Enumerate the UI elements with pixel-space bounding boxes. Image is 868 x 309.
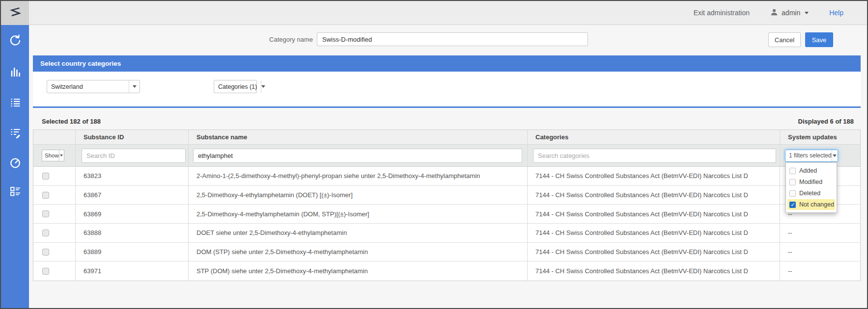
- filter-option-label: Deleted: [799, 190, 820, 197]
- system-updates-filter-select[interactable]: 1 filters selected: [785, 150, 838, 162]
- list-icon: [8, 95, 23, 110]
- system-updates-filter-dropdown: Added Modified Deleted Not changed: [785, 162, 837, 213]
- top-bar: Exit administration admin Help: [1, 1, 867, 25]
- bar-chart-icon: [8, 65, 23, 79]
- checkbox-checked[interactable]: [789, 202, 796, 208]
- cell-categories: 7144 - CH Swiss Controlled Substances Ac…: [528, 261, 780, 281]
- table-row: 63867 2,5-Dimethoxy-4-ethylamphetamin (D…: [33, 186, 860, 205]
- cell-categories: 7144 - CH Swiss Controlled Substances Ac…: [528, 186, 780, 205]
- system-updates-filter-value: 1 filters selected: [785, 152, 832, 159]
- table-row: 63869 2,5-Dimethoxy-4-methylamphetamin (…: [33, 205, 860, 224]
- chevron-down-icon: [59, 150, 64, 161]
- header-categories[interactable]: Categories: [528, 130, 780, 144]
- filter-option-label: Added: [799, 167, 817, 174]
- categories-select[interactable]: Categories (1): [214, 80, 257, 93]
- show-select-value: Show: [42, 153, 59, 158]
- chevron-down-icon: [129, 80, 140, 93]
- filter-option-deleted[interactable]: Deleted: [787, 188, 835, 199]
- filter-option-label: Not changed: [799, 201, 834, 208]
- row-checkbox[interactable]: [42, 173, 49, 180]
- sidebar-item-sync[interactable]: [1, 33, 29, 50]
- chevron-down-icon: [261, 80, 265, 93]
- checkbox-unchecked[interactable]: [789, 179, 796, 185]
- sidebar-item-list-edit[interactable]: [1, 125, 29, 142]
- table-filter-row: Show 1 filters selected: [33, 145, 860, 167]
- cell-substance-name: DOM (STP) siehe unter 2,5-Dimethoxy-4-me…: [189, 243, 528, 261]
- save-button[interactable]: Save: [805, 32, 833, 47]
- user-menu[interactable]: admin: [770, 8, 809, 18]
- search-categories-input[interactable]: [533, 149, 776, 163]
- cell-system-updates: --: [780, 224, 860, 242]
- cell-substance-id: 63823: [76, 167, 189, 185]
- list-edit-icon: [8, 125, 23, 140]
- select-country-categories-panel: Select country categories Switzerland Ca…: [33, 55, 861, 108]
- row-checkbox[interactable]: [42, 230, 49, 236]
- cell-categories: 7144 - CH Swiss Controlled Substances Ac…: [528, 167, 780, 185]
- chevron-down-icon: [832, 150, 838, 161]
- header-select-column: [33, 130, 76, 144]
- sidebar-item-timer[interactable]: [1, 155, 29, 172]
- cell-substance-name: 2-Amino-1-(2,5-dimethoxy-4-methyl)-pheny…: [189, 167, 528, 185]
- timer-icon: [8, 155, 23, 170]
- cell-system-updates: --: [780, 261, 860, 281]
- displayed-count-label: Displayed 6 of 188: [798, 118, 854, 125]
- checkbox-unchecked[interactable]: [789, 168, 796, 174]
- category-name-label: Category name: [212, 33, 313, 46]
- cancel-button[interactable]: Cancel: [768, 32, 801, 47]
- cell-substance-name: STP (DOM) siehe unter 2,5-Dimethoxy-4-me…: [189, 261, 528, 281]
- row-checkbox[interactable]: [42, 192, 49, 199]
- search-id-input[interactable]: [82, 149, 186, 163]
- sync-icon: [8, 33, 23, 48]
- country-select-value: Switzerland: [47, 83, 129, 90]
- row-checkbox[interactable]: [42, 268, 49, 275]
- cell-substance-id: 63888: [76, 224, 189, 242]
- cell-categories: 7144 - CH Swiss Controlled Substances Ac…: [528, 224, 780, 242]
- filter-option-added[interactable]: Added: [787, 165, 835, 176]
- cell-substance-id: 63889: [76, 243, 189, 261]
- help-link[interactable]: Help: [829, 9, 843, 17]
- row-checkbox[interactable]: [42, 249, 49, 256]
- forms-icon: [8, 184, 23, 199]
- cell-substance-id: 63867: [76, 186, 189, 205]
- search-name-input[interactable]: [193, 149, 522, 163]
- cell-system-updates: --: [780, 243, 860, 261]
- country-select[interactable]: Switzerland: [47, 80, 140, 93]
- table-row: 63889 DOM (STP) siehe unter 2,5-Dimethox…: [33, 243, 860, 262]
- cell-substance-id: 63971: [76, 261, 189, 281]
- table-row: 63888 DOET siehe unter 2,5-Dimethoxy-4-e…: [33, 224, 860, 243]
- exit-administration-link[interactable]: Exit administration: [694, 9, 750, 17]
- app-logo[interactable]: [1, 1, 29, 25]
- cell-substance-id: 63869: [76, 205, 189, 223]
- cell-categories: 7144 - CH Swiss Controlled Substances Ac…: [528, 205, 780, 223]
- substances-table: Substance ID Substance name Categories S…: [33, 129, 861, 281]
- table-row: 63971 STP (DOM) siehe unter 2,5-Dimethox…: [33, 261, 860, 281]
- header-substance-name[interactable]: Substance name: [189, 130, 528, 144]
- filter-option-modified[interactable]: Modified: [787, 177, 835, 187]
- cell-substance-name: 2,5-Dimethoxy-4-ethylamphetamin (DOET) […: [189, 186, 528, 205]
- admin-category-screen: Exit administration admin Help: [0, 0, 868, 309]
- row-checkbox[interactable]: [42, 210, 49, 217]
- category-name-input[interactable]: [317, 32, 588, 46]
- checkbox-unchecked[interactable]: [789, 190, 796, 197]
- filter-option-label: Modified: [799, 179, 822, 185]
- panel-body: Switzerland Categories (1): [33, 72, 861, 108]
- table-header-row: Substance ID Substance name Categories S…: [33, 130, 860, 145]
- show-select[interactable]: Show: [42, 150, 64, 161]
- chevron-down-icon: [805, 12, 809, 14]
- person-icon: [770, 8, 778, 18]
- sidebar-item-statistics[interactable]: [1, 65, 29, 81]
- selected-count-label: Selected 182 of 188: [42, 118, 101, 125]
- categories-select-value: Categories (1): [214, 83, 261, 90]
- cell-substance-name: 2,5-Dimethoxy-4-methylamphetamin (DOM, S…: [189, 205, 528, 223]
- cell-categories: 7144 - CH Swiss Controlled Substances Ac…: [528, 243, 780, 261]
- sidebar-item-list[interactable]: [1, 95, 29, 112]
- sidebar-item-forms[interactable]: [1, 184, 29, 201]
- table-row: 63823 2-Amino-1-(2,5-dimethoxy-4-methyl)…: [33, 167, 860, 186]
- user-name-label: admin: [782, 9, 800, 17]
- sidebar-nav: [1, 25, 29, 308]
- filter-option-not-changed[interactable]: Not changed: [787, 199, 835, 210]
- header-substance-id[interactable]: Substance ID: [76, 130, 189, 144]
- brand-logo-icon: [5, 5, 25, 22]
- header-system-updates[interactable]: System updates: [780, 130, 860, 144]
- panel-title: Select country categories: [33, 55, 861, 72]
